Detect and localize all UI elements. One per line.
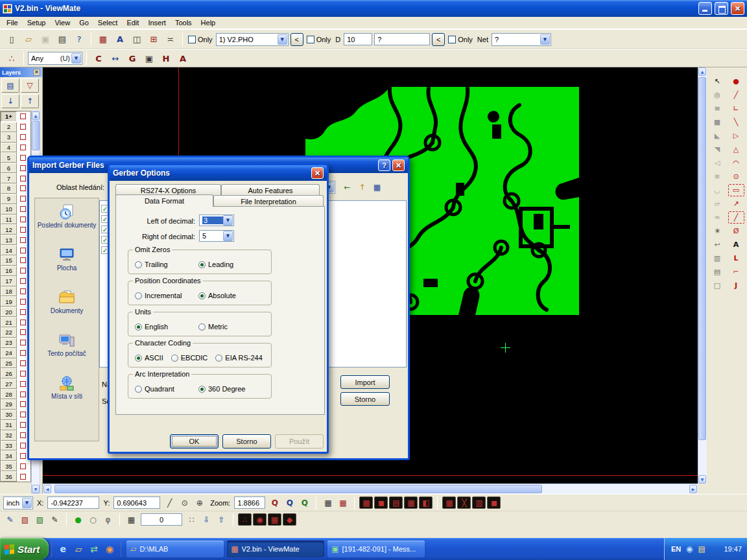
measure-diagonal-icon[interactable]: ╱ <box>163 496 176 509</box>
layer-color-swatch[interactable] <box>20 329 26 335</box>
layer-row-17[interactable]: 17 <box>1 276 30 286</box>
draw-line-45-icon[interactable]: ╲ <box>728 116 744 128</box>
layer-down-icon[interactable]: ↓ <box>1 94 19 108</box>
draw-circle-icon[interactable]: ⊙ <box>728 170 744 183</box>
radio-icon[interactable] <box>135 261 142 268</box>
menu-item-view[interactable]: View <box>50 18 75 28</box>
help-pointer-icon[interactable]: ? <box>71 32 87 47</box>
dcode-input[interactable]: 10 <box>344 33 372 45</box>
pad-grid-icon[interactable]: ▦ <box>95 32 111 47</box>
select-dots-icon[interactable]: ∴ <box>4 51 19 65</box>
radio-selected-icon[interactable] <box>198 261 206 268</box>
film-3-icon[interactable]: ▤ <box>389 496 403 509</box>
layer-row-24[interactable]: 24 <box>1 348 30 358</box>
radio-selected-icon[interactable] <box>198 292 206 299</box>
layer-row-34[interactable]: 34 <box>1 450 30 461</box>
only-dcode-checkbox[interactable] <box>307 36 314 43</box>
dcode-table-icon[interactable]: ▦ <box>124 513 138 526</box>
menu-item-select[interactable]: Select <box>93 18 123 28</box>
dcode-l-icon[interactable]: L <box>728 252 744 264</box>
origin-cross-icon[interactable]: ⊕ <box>193 496 206 509</box>
layer-row-36[interactable]: 36 <box>1 471 30 482</box>
zoom-extents-icon[interactable]: Q <box>298 496 311 509</box>
radio-icon[interactable] <box>171 355 178 362</box>
place-desktop[interactable]: Plocha <box>35 246 99 286</box>
layer-row-21[interactable]: 21 <box>1 317 30 327</box>
layer-row-18[interactable]: 18 <box>1 286 30 297</box>
place-network[interactable]: Místa v síti <box>35 375 99 415</box>
up-folder-icon[interactable]: ↑ <box>355 181 369 193</box>
only-net-checkbox[interactable] <box>448 36 456 43</box>
grid-snap-icon[interactable]: ▦ <box>336 496 350 509</box>
save-icon[interactable]: ▣ <box>38 32 53 47</box>
layer-row-31[interactable]: 31 <box>1 420 30 430</box>
layer-row-7[interactable]: 7 <box>1 173 30 183</box>
layer-color-swatch[interactable] <box>20 309 26 315</box>
layer-row-9[interactable]: 9 <box>1 194 30 204</box>
print-icon[interactable]: ▤ <box>54 32 70 47</box>
layer-row-2[interactable]: 2 <box>1 122 30 132</box>
film-2-icon[interactable]: ◼ <box>374 496 388 509</box>
restore-button[interactable] <box>715 2 728 15</box>
start-button[interactable]: Start <box>0 538 49 560</box>
menu-item-tools[interactable]: Tools <box>171 18 196 28</box>
mirror-icon[interactable]: ◁ <box>709 157 726 169</box>
radio-360-degree[interactable]: 360 Degree <box>198 385 254 393</box>
select-cursor-icon[interactable]: ↖ <box>709 75 726 88</box>
scroll-left-icon[interactable]: ◀ <box>43 485 51 493</box>
chevron-down-icon[interactable]: ▼ <box>223 231 233 241</box>
layer-color-swatch[interactable] <box>20 371 26 377</box>
vertical-scroll-thumb[interactable] <box>698 77 706 440</box>
draw-arc-icon[interactable]: ◠ <box>728 157 744 169</box>
layer-filter-icon[interactable]: ▽ <box>21 78 39 93</box>
radio-ebcdic[interactable]: EBCDIC <box>171 354 208 362</box>
layer-row-11[interactable]: 11 <box>1 215 30 225</box>
pad-pattern-3-icon[interactable]: ▦ <box>268 513 281 526</box>
film-1-icon[interactable]: ▦ <box>359 496 373 509</box>
layer-color-swatch[interactable] <box>20 278 26 284</box>
layer-color-swatch[interactable] <box>20 165 26 171</box>
tab-file-interpretation[interactable]: File Interpretation <box>213 195 324 207</box>
layer-color-swatch[interactable] <box>20 299 26 305</box>
layer-row-6[interactable]: 6 <box>1 163 30 173</box>
menu-item-setup[interactable]: Setup <box>23 18 51 28</box>
radio-english[interactable]: English <box>135 323 191 331</box>
radio-selected-icon[interactable] <box>135 355 142 362</box>
swap-layers-icon[interactable]: ◫ <box>129 32 145 47</box>
anchor-up-icon[interactable]: ⇧ <box>215 513 228 526</box>
layer-color-swatch[interactable] <box>20 257 26 263</box>
draw-vector-icon[interactable]: ↗ <box>728 198 744 210</box>
layer-color-swatch[interactable] <box>20 350 26 356</box>
aperture-combo[interactable]: Any (U) ▼ <box>28 52 82 65</box>
layer-color-swatch[interactable] <box>20 443 26 449</box>
vertical-scrollbar[interactable]: ▲ ▼ <box>698 67 707 484</box>
radio-selected-icon[interactable] <box>198 386 206 393</box>
layer-color-swatch[interactable] <box>20 248 26 253</box>
horizontal-scroll-thumb[interactable] <box>54 485 542 493</box>
menu-item-edit[interactable]: Edit <box>122 18 143 28</box>
task-dmlab[interactable]: ▱D:\MLAB <box>126 541 224 557</box>
step-counter-value[interactable]: 0 <box>141 513 182 526</box>
chevron-down-icon[interactable]: ▼ <box>223 215 233 226</box>
empty-box-icon[interactable]: □ <box>709 279 726 292</box>
left-of-decimal-combo[interactable]: 3 ▼ <box>199 215 234 226</box>
scroll-right-icon[interactable]: ▶ <box>689 485 697 493</box>
tray-keyboard-icon[interactable]: ▤ <box>696 544 707 554</box>
arc-segment-icon[interactable]: ◡ <box>709 184 726 196</box>
film-5-icon[interactable]: ◧ <box>419 496 433 509</box>
flash-pad-icon[interactable]: ● <box>728 75 744 88</box>
film-4-icon[interactable]: ▦ <box>404 496 418 509</box>
back-folder-icon[interactable]: ← <box>340 181 354 193</box>
draw-triangle-icon[interactable]: ▷ <box>728 130 744 142</box>
layer-color-swatch[interactable] <box>20 113 26 119</box>
layer-row-3[interactable]: 3 <box>1 132 30 143</box>
layer-row-16[interactable]: 16 <box>1 266 30 276</box>
minimize-button[interactable] <box>698 2 712 15</box>
sync-arrows-icon[interactable]: ⇄ <box>87 542 101 556</box>
neg-3-icon[interactable]: ▥ <box>472 496 486 509</box>
place-recent-documents[interactable]: Poslední dokumenty <box>35 204 99 244</box>
layers-scroll-thumb[interactable] <box>32 121 40 150</box>
previous-dcode-button[interactable]: < <box>432 33 445 46</box>
layer-row-22[interactable]: 22 <box>1 327 30 338</box>
layer-color-swatch[interactable] <box>20 268 26 274</box>
